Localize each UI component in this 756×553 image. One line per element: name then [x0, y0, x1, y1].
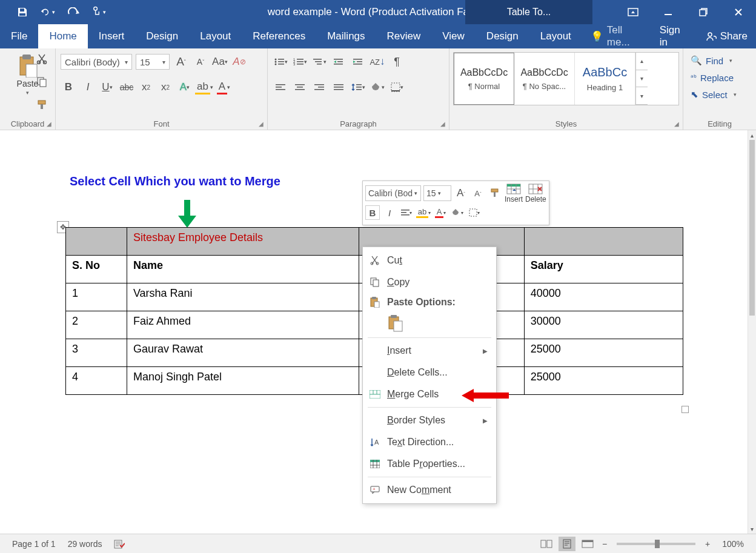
text-effects-button[interactable]: A▾ — [177, 79, 193, 95]
grow-font-icon[interactable]: Aˆ — [173, 54, 189, 70]
table-title-cell[interactable]: Sitesbay Employee Details — [127, 228, 359, 256]
touch-mode-icon[interactable]: ▾ — [91, 5, 106, 19]
zoom-slider[interactable] — [617, 543, 695, 545]
redo-icon[interactable] — [66, 5, 81, 19]
mini-borders-button[interactable]: ▾ — [467, 205, 482, 220]
header-sno[interactable]: S. No — [66, 256, 127, 283]
tab-home[interactable]: Home — [38, 24, 87, 48]
font-color-button[interactable]: A▾ — [216, 79, 231, 95]
font-size-combo[interactable]: 15▾ — [136, 54, 170, 70]
replace-button[interactable]: ᵃᵇReplace — [688, 69, 751, 86]
share-button[interactable]: Share — [697, 30, 756, 42]
minimize-icon[interactable] — [651, 0, 686, 24]
mini-shrink-font-icon[interactable]: Aˇ — [471, 186, 485, 200]
clipboard-launcher-icon[interactable]: ◢ — [47, 121, 51, 127]
gallery-scroll[interactable]: ▴▾▾ — [635, 53, 648, 105]
zoom-percent[interactable]: 100% — [716, 539, 750, 549]
header-name[interactable]: Name — [127, 256, 359, 283]
ctx-table-properties[interactable]: Table Properties... — [363, 453, 496, 475]
multilevel-list-button[interactable]: ▾ — [311, 54, 327, 70]
tab-design[interactable]: Design — [135, 24, 189, 48]
cell-salary[interactable]: 40000 — [524, 283, 683, 311]
mini-grow-font-icon[interactable]: Aˆ — [454, 186, 468, 200]
ctx-cut[interactable]: Cut — [363, 250, 496, 271]
cut-icon[interactable] — [36, 53, 48, 64]
cell-salary[interactable]: 30000 — [524, 311, 683, 339]
ribbon-display-icon[interactable] — [615, 0, 651, 24]
word-count[interactable]: 29 words — [62, 539, 108, 549]
align-left-icon[interactable] — [273, 79, 288, 95]
bold-button[interactable]: B — [61, 79, 76, 95]
mini-insert-button[interactable]: Insert — [505, 184, 523, 204]
select-button[interactable]: ⬉Select▾ — [688, 86, 751, 103]
underline-button[interactable]: U▾ — [99, 79, 115, 95]
table-resize-handle-icon[interactable] — [681, 406, 689, 413]
tab-table-layout[interactable]: Layout — [529, 24, 582, 48]
paragraph-launcher-icon[interactable]: ◢ — [440, 121, 445, 127]
italic-button[interactable]: I — [80, 79, 96, 95]
scroll-up-icon[interactable]: ▴ — [748, 130, 756, 140]
table-tools-context-tab[interactable]: Table To... — [465, 0, 592, 24]
sign-in-button[interactable]: Sign in — [650, 24, 697, 48]
change-case-button[interactable]: Aa▾ — [212, 54, 228, 70]
restore-icon[interactable] — [686, 0, 721, 24]
ctx-insert[interactable]: Insert ▶ — [363, 340, 496, 362]
mini-highlight-button[interactable]: ab▾ — [416, 205, 431, 220]
header-salary[interactable]: Salary — [524, 256, 683, 283]
scroll-thumb[interactable] — [749, 140, 755, 316]
sort-button[interactable]: AZ↓ — [370, 54, 385, 70]
scroll-down-icon[interactable]: ▾ — [748, 524, 756, 534]
zoom-in-button[interactable]: + — [703, 539, 712, 549]
mini-bold-button[interactable]: B — [365, 205, 380, 220]
zoom-out-button[interactable]: − — [600, 539, 609, 549]
styles-launcher-icon[interactable]: ◢ — [674, 121, 679, 127]
cell-sno[interactable]: 3 — [66, 339, 127, 367]
shading-button[interactable]: ▾ — [370, 79, 385, 95]
tab-file[interactable]: File — [0, 24, 38, 48]
ctx-copy[interactable]: Copy — [363, 271, 496, 293]
justify-icon[interactable] — [331, 79, 346, 95]
style-normal[interactable]: AaBbCcDc ¶ Normal — [454, 53, 514, 105]
tab-insert[interactable]: Insert — [88, 24, 136, 48]
ctx-text-direction[interactable]: A Text Direction... — [363, 431, 496, 453]
clear-format-icon[interactable]: A⊘ — [231, 54, 247, 70]
copy-icon[interactable] — [36, 76, 48, 87]
print-layout-icon[interactable] — [559, 537, 575, 551]
align-right-icon[interactable] — [311, 79, 327, 95]
highlight-button[interactable]: ab▾ — [196, 79, 212, 95]
cell-salary[interactable]: 25000 — [524, 367, 683, 395]
tab-layout[interactable]: Layout — [189, 24, 242, 48]
mini-font-combo[interactable]: Calibri (Bod▾ — [365, 185, 421, 201]
tab-references[interactable]: References — [242, 24, 316, 48]
numbering-button[interactable]: 123▾ — [292, 54, 308, 70]
font-name-combo[interactable]: Calibri (Body)▾ — [61, 54, 132, 70]
cell-name[interactable]: Manoj Singh Patel — [127, 367, 359, 395]
tab-view[interactable]: View — [431, 24, 476, 48]
ctx-delete-cells[interactable]: Delete Cells... — [363, 362, 496, 383]
cell-sno[interactable]: 4 — [66, 367, 127, 395]
cell-sno[interactable]: 1 — [66, 283, 127, 311]
borders-button[interactable]: ▾ — [389, 79, 405, 95]
tab-table-design[interactable]: Design — [476, 24, 529, 48]
subscript-button[interactable]: x2 — [138, 79, 154, 95]
superscript-button[interactable]: x2 — [158, 79, 173, 95]
tab-mailings[interactable]: Mailings — [316, 24, 376, 48]
find-button[interactable]: 🔍Find▾ — [688, 52, 751, 69]
strike-button[interactable]: abc — [119, 79, 134, 95]
decrease-indent-icon[interactable] — [331, 54, 346, 70]
increase-indent-icon[interactable] — [350, 54, 366, 70]
page-indicator[interactable]: Page 1 of 1 — [6, 539, 62, 549]
cell-name[interactable]: Faiz Ahmed — [127, 311, 359, 339]
shrink-font-icon[interactable]: Aˇ — [193, 54, 208, 70]
paste-keep-source-icon[interactable] — [386, 314, 405, 333]
undo-icon[interactable]: ▾ — [41, 5, 55, 19]
style-no-spacing[interactable]: AaBbCcDc ¶ No Spac... — [514, 53, 575, 105]
mini-size-combo[interactable]: 15▾ — [423, 185, 451, 201]
bullets-button[interactable]: ▾ — [273, 54, 288, 70]
mini-align-button[interactable]: ▾ — [399, 205, 414, 220]
close-icon[interactable] — [721, 0, 756, 24]
format-painter-icon[interactable] — [36, 99, 48, 110]
save-icon[interactable] — [15, 5, 30, 19]
font-launcher-icon[interactable]: ◢ — [259, 121, 264, 127]
ctx-border-styles[interactable]: Border Styles ▶ — [363, 409, 496, 431]
